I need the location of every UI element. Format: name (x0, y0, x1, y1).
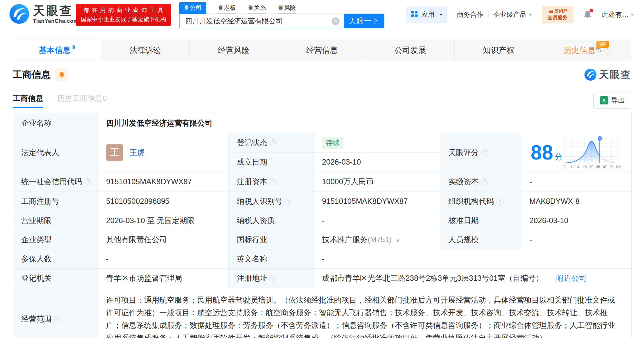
reg-number: 510105002896895 (98, 191, 229, 211)
tab-label: 历史信息 (564, 45, 595, 55)
svg-text:3: 3 (577, 165, 579, 168)
industry: 技术推广服务(M751) ∨ (314, 230, 440, 249)
tab-history-info[interactable]: 历史信息 5 ? VIP (543, 40, 631, 60)
svip-label: SVIP (555, 8, 567, 14)
nav-enterprise-label: 企业级产品 (493, 10, 527, 19)
help-icon[interactable]: ? (270, 178, 277, 185)
reg-authority-label: 登记机关 (13, 269, 98, 288)
credit-code: 91510105MAK8DYWX87 (98, 172, 229, 191)
table-row: 经营范围? 许可项目：通用航空服务；民用航空器驾驶员培训。（依法须经批准的项目，… (13, 288, 632, 338)
search-tab-relation[interactable]: 查关系 (248, 3, 266, 14)
divider (488, 11, 489, 18)
logo-subtitle: TianYanCha.com (33, 18, 79, 24)
status-badge: 存续 (322, 137, 344, 149)
tab-operating-info[interactable]: 经营信息 (278, 40, 366, 60)
insured-count: - (98, 249, 229, 269)
table-row: 统一社会信用代码? 91510105MAK8DYWX87 注册资本? 10000… (13, 172, 632, 191)
chevron-down-icon (631, 14, 634, 17)
watermark-logo-text: 天眼查 (599, 68, 631, 81)
svg-text:0: 0 (564, 165, 565, 168)
export-label: 导出 (611, 96, 625, 105)
help-icon[interactable]: ? (54, 316, 61, 322)
legal-rep-link[interactable]: 王虎 (129, 147, 145, 158)
tab-company-development[interactable]: 公司发展 (366, 40, 455, 60)
help-icon[interactable]: ? (85, 178, 92, 185)
svip-member-badge[interactable]: SVIP 会员服务 (542, 6, 573, 23)
nearby-companies-link[interactable]: 附近公司 (556, 274, 587, 282)
svg-text:50: 50 (590, 165, 593, 168)
table-row: 参保人数 - 英文名称 - (13, 249, 632, 269)
taxpayer-id: 91510105MAK8DYWX87 (314, 191, 440, 211)
company-name-label: 企业名称 (13, 113, 98, 133)
header-nav: 应用 商务合作 企业级产品 SVIP 会员服务 (406, 0, 634, 29)
approval-date: 2026-03-10 (521, 211, 632, 230)
insured-label: 参保人数 (13, 249, 98, 269)
search-button[interactable]: 天眼一下 (344, 14, 384, 28)
address-cell: 成都市青羊区光华北三路238号2栋3单元3层313号01室（自编号） 附近公司 (314, 269, 632, 288)
table-row: 企业类型 其他有限责任公司 国标行业 技术推广服务(M751) ∨ 人员规模 - (13, 230, 632, 249)
search-input[interactable] (185, 14, 325, 28)
english-name-label: 英文名称 (229, 249, 314, 269)
svg-text:97: 97 (603, 165, 607, 168)
slogan-badge: 都在用的商业查询工具 国家中小企业发展子基金旗下机构 (76, 4, 171, 26)
help-icon[interactable]: ? (481, 178, 488, 185)
chevron-down-icon (439, 14, 443, 17)
tab-count: 9 (72, 45, 75, 50)
score-value: 88 (531, 142, 553, 163)
help-icon[interactable]: ? (285, 198, 292, 205)
clear-search-icon[interactable]: ✕ (332, 17, 339, 25)
tab-legal-proceedings[interactable]: 法律诉讼 (101, 40, 190, 60)
monitor-bell-button[interactable] (55, 68, 68, 81)
tab-operating-risk[interactable]: 经营风险 (190, 40, 278, 60)
nav-business-cooperation[interactable]: 商务合作 (457, 10, 483, 19)
establish-date: 2026-03-10 (314, 153, 440, 172)
divider (597, 11, 597, 18)
industry-code: (M751) (368, 235, 392, 244)
subtab-row: 工商信息 历史工商信息0 X 导出 (13, 88, 631, 109)
help-icon[interactable]: ? (270, 275, 277, 282)
company-name: 四川川发低空经济运营有限公司 (106, 119, 212, 127)
site-header: 天眼查 TianYanCha.com 都在用的商业查询工具 国家中小企业发展子基… (0, 0, 644, 29)
company-type-label: 企业类型 (13, 230, 98, 249)
subtab-business-info[interactable]: 工商信息 (13, 93, 43, 103)
notification-dot (590, 9, 593, 12)
nav-enterprise-products[interactable]: 企业级产品 (493, 10, 532, 19)
svg-text:99: 99 (610, 165, 614, 168)
tianyancha-logo[interactable]: 天眼查 TianYanCha.com (9, 4, 79, 25)
svg-text:85: 85 (596, 165, 600, 168)
avatar[interactable]: 王 (106, 144, 123, 161)
score-unit: 分 (554, 152, 562, 162)
tianyancha-swirl-icon (9, 4, 29, 25)
notification-bell-icon[interactable] (583, 10, 592, 19)
tab-basic-info[interactable]: 基本信息 9 (13, 40, 101, 60)
help-icon[interactable]: ? (496, 198, 503, 205)
chevron-expand-icon[interactable]: ∨ (396, 237, 400, 243)
table-row: 法定代表人 王 王虎 登记状态? 存续 天眼评分? 88 分 (13, 133, 632, 153)
export-button[interactable]: X 导出 (593, 92, 631, 109)
search-tab-boss[interactable]: 查老板 (218, 3, 236, 14)
apps-menu-button[interactable]: 应用 (406, 6, 447, 23)
svip-sublabel: 会员服务 (547, 15, 568, 21)
approval-date-label: 核准日期 (440, 211, 521, 230)
search-input-wrap: ✕ (179, 14, 344, 28)
reg-authority: 青羊区市场监督管理局 (98, 269, 229, 288)
search-tab-company[interactable]: 查公司 (179, 2, 206, 14)
legal-rep-label: 法定代表人 (13, 133, 98, 172)
business-term: 2026-03-10 至 无固定期限 (98, 211, 229, 230)
staff-size-label: 人员规模 (440, 230, 521, 249)
search-tab-risk[interactable]: 查风险 (278, 3, 296, 14)
page: 天眼查 TianYanCha.com 都在用的商业查询工具 国家中小企业发展子基… (0, 0, 644, 338)
crown-icon (548, 9, 553, 13)
score-label: 天眼评分? (440, 133, 521, 172)
apps-label: 应用 (421, 10, 434, 19)
subtab-history-business-info[interactable]: 历史工商信息0 (57, 93, 107, 103)
chart-x-ticks: 0 1 3 15 50 85 97 99 100 (564, 165, 621, 168)
tab-intellectual-property[interactable]: 知识产权 (455, 40, 543, 60)
help-icon[interactable]: ? (270, 139, 277, 146)
tianyancha-swirl-icon (584, 69, 597, 81)
nav-account-menu[interactable]: 此处有… (602, 10, 634, 19)
svg-text:100: 100 (616, 165, 621, 168)
slogan-line2: 国家中小企业发展子基金旗下机构 (81, 15, 166, 24)
reg-number-label: 工商注册号 (13, 191, 98, 211)
help-icon[interactable]: ? (481, 149, 488, 156)
